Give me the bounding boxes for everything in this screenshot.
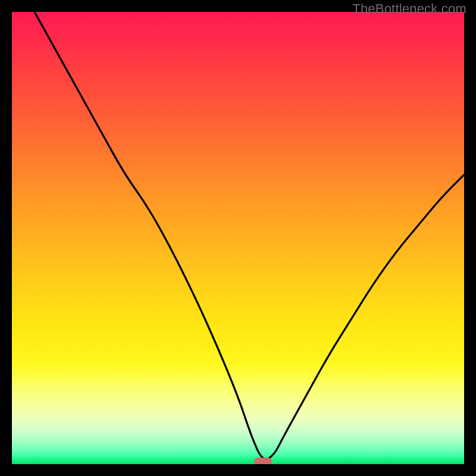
watermark-label: TheBottleneck.com — [352, 1, 466, 17]
chart-frame: TheBottleneck.com — [0, 0, 476, 476]
optimum-marker — [254, 458, 272, 464]
bottleneck-curve — [12, 12, 464, 464]
plot-area — [12, 12, 464, 464]
